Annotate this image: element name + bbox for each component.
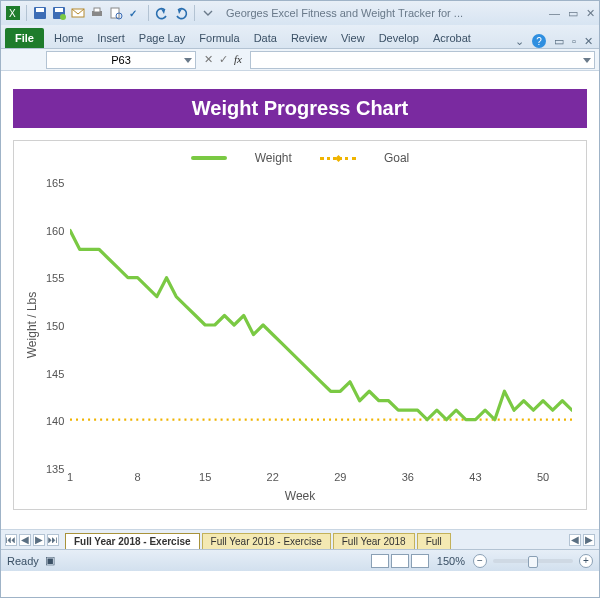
x-tick: 29 <box>334 471 346 483</box>
x-tick: 43 <box>469 471 481 483</box>
series-weight <box>70 230 572 419</box>
x-tick: 1 <box>67 471 73 483</box>
y-tick: 135 <box>46 463 64 475</box>
fx-icon[interactable]: fx <box>234 53 242 66</box>
x-tick: 50 <box>537 471 549 483</box>
qat-customize-icon[interactable] <box>200 5 216 21</box>
y-axis-label: Weight / Lbs <box>25 292 39 358</box>
legend-weight-line <box>191 156 227 160</box>
tab-formula[interactable]: Formula <box>192 28 246 48</box>
document-title: Georges Excel Fitness and Weight Tracker… <box>226 7 549 19</box>
tab-develop[interactable]: Develop <box>372 28 426 48</box>
y-tick: 165 <box>46 177 64 189</box>
chart-legend: Weight Goal <box>14 141 586 165</box>
formula-input[interactable] <box>250 51 595 69</box>
svg-text:✓: ✓ <box>129 8 137 19</box>
email-icon[interactable] <box>70 5 86 21</box>
x-tick: 22 <box>267 471 279 483</box>
view-pagelayout-icon[interactable] <box>391 554 409 568</box>
x-tick: 15 <box>199 471 211 483</box>
prev-sheet-icon[interactable]: ◀ <box>19 534 31 546</box>
chart-title: Weight Progress Chart <box>13 89 587 128</box>
plot-area <box>70 183 572 467</box>
sheet-tab-3[interactable]: Full Year 2018 <box>333 533 415 549</box>
file-tab[interactable]: File <box>5 28 44 48</box>
title-bar: X ✓ Georges Excel Fitness and Weight Tra… <box>1 1 599 25</box>
print-preview-icon[interactable] <box>108 5 124 21</box>
tab-data[interactable]: Data <box>247 28 284 48</box>
tab-review[interactable]: Review <box>284 28 334 48</box>
legend-goal-line <box>320 157 356 160</box>
chart-svg <box>70 183 572 467</box>
ribbon-close-icon[interactable]: ✕ <box>584 35 593 48</box>
svg-rect-9 <box>94 8 100 12</box>
sheet-tab-4[interactable]: Full <box>417 533 451 549</box>
help-icon[interactable]: ? <box>532 34 546 48</box>
sheet-tabs-row: ⏮ ◀ ▶ ⏭ Full Year 2018 - Exercise Full Y… <box>1 529 599 549</box>
save-icon[interactable] <box>32 5 48 21</box>
macro-record-icon[interactable]: ▣ <box>45 554 55 567</box>
enter-formula-icon[interactable]: ✓ <box>219 53 228 66</box>
zoom-slider[interactable] <box>493 559 573 563</box>
minimize-icon[interactable]: — <box>549 7 560 20</box>
first-sheet-icon[interactable]: ⏮ <box>5 534 17 546</box>
undo-icon[interactable] <box>154 5 170 21</box>
quick-access-toolbar: X ✓ <box>5 5 216 21</box>
x-axis-label: Week <box>285 489 315 503</box>
tab-view[interactable]: View <box>334 28 372 48</box>
tab-scroll-left-icon[interactable]: ◀ <box>569 534 581 546</box>
y-tick: 145 <box>46 368 64 380</box>
view-normal-icon[interactable] <box>371 554 389 568</box>
chart-container: Weight Goal Weight / Lbs Week 1651601551… <box>13 140 587 510</box>
svg-text:X: X <box>9 8 16 19</box>
tab-pagelay[interactable]: Page Lay <box>132 28 192 48</box>
close-icon[interactable]: ✕ <box>586 7 595 20</box>
tab-home[interactable]: Home <box>47 28 90 48</box>
view-pagebreak-icon[interactable] <box>411 554 429 568</box>
ribbon-minimize-icon[interactable]: ▭ <box>554 35 564 48</box>
sheet-tabs-nav: ⏮ ◀ ▶ ⏭ <box>1 534 63 546</box>
legend-goal-label: Goal <box>384 151 409 165</box>
sheet-tab-1[interactable]: Full Year 2018 - Exercise <box>65 533 200 549</box>
y-tick: 150 <box>46 320 64 332</box>
excel-icon: X <box>5 5 21 21</box>
legend-weight-label: Weight <box>255 151 292 165</box>
redo-icon[interactable] <box>173 5 189 21</box>
svg-point-6 <box>60 14 66 20</box>
ribbon-restore-icon[interactable]: ▫ <box>572 35 576 47</box>
y-tick: 155 <box>46 272 64 284</box>
x-tick: 8 <box>135 471 141 483</box>
spellcheck-icon[interactable]: ✓ <box>127 5 143 21</box>
name-box[interactable]: P63 <box>46 51 196 69</box>
ribbon: File Home Insert Page Lay Formula Data R… <box>1 25 599 49</box>
tab-scroll-right-icon[interactable]: ▶ <box>583 534 595 546</box>
worksheet-area: Weight Progress Chart Weight Goal Weight… <box>1 71 599 529</box>
y-tick: 160 <box>46 225 64 237</box>
maximize-icon[interactable]: ▭ <box>568 7 578 20</box>
next-sheet-icon[interactable]: ▶ <box>33 534 45 546</box>
svg-rect-5 <box>55 8 63 12</box>
formula-bar-row: P63 ✕ ✓ fx <box>1 49 599 71</box>
zoom-in-icon[interactable]: + <box>579 554 593 568</box>
cancel-formula-icon[interactable]: ✕ <box>204 53 213 66</box>
print-icon[interactable] <box>89 5 105 21</box>
zoom-out-icon[interactable]: − <box>473 554 487 568</box>
zoom-level[interactable]: 150% <box>437 555 465 567</box>
save-as-icon[interactable] <box>51 5 67 21</box>
status-bar: Ready ▣ 150% − + <box>1 549 599 571</box>
tab-insert[interactable]: Insert <box>90 28 132 48</box>
svg-rect-3 <box>36 8 44 12</box>
x-tick: 36 <box>402 471 414 483</box>
ribbon-dropdown-icon[interactable]: ⌄ <box>515 35 524 48</box>
y-tick: 140 <box>46 415 64 427</box>
last-sheet-icon[interactable]: ⏭ <box>47 534 59 546</box>
sheet-tab-2[interactable]: Full Year 2018 - Exercise <box>202 533 331 549</box>
tab-acrobat[interactable]: Acrobat <box>426 28 478 48</box>
status-ready: Ready <box>7 555 39 567</box>
